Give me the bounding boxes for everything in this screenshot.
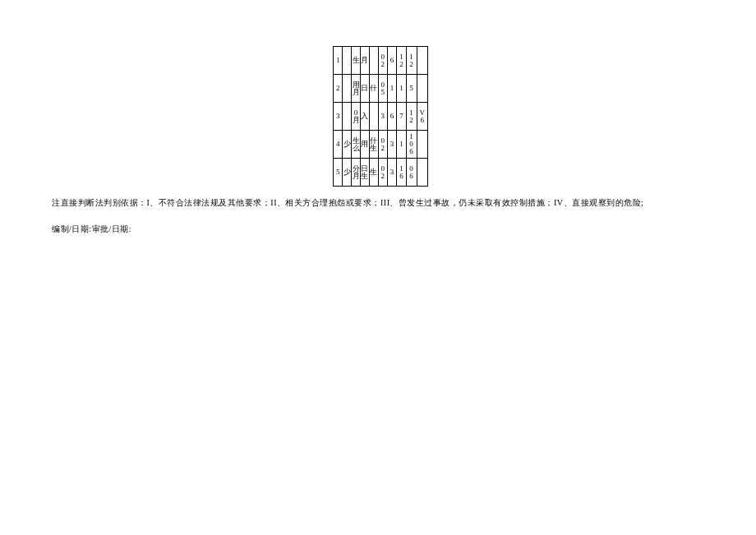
- cell-a: [343, 103, 352, 131]
- cell-i: [417, 131, 427, 159]
- cell-b: 用月: [352, 75, 361, 103]
- cell-c: 用: [360, 131, 369, 159]
- cell-i: [417, 47, 427, 75]
- cell-e: 02: [378, 159, 387, 187]
- cell-b: 生么: [352, 131, 361, 159]
- cell-a: 少: [343, 131, 352, 159]
- cell-a: [343, 75, 352, 103]
- cell-f: 6: [387, 47, 396, 75]
- cell-c: 入: [360, 103, 369, 131]
- cell-i: V6: [417, 103, 427, 131]
- cell-h: 12: [406, 47, 417, 75]
- cell-d: 什生: [369, 131, 378, 159]
- cell-g: 12: [397, 47, 406, 75]
- note-text: 注直接判断法判别依据：I、不符合法律法规及其他要求；II、相关方合理抱怨或要求；…: [52, 197, 643, 209]
- cell-e: 3: [378, 103, 387, 131]
- cell-f: 6: [387, 103, 396, 131]
- cell-d: [369, 103, 378, 131]
- cell-h: 06: [406, 159, 417, 187]
- cell-h: 5: [406, 75, 417, 103]
- cell-h: 12: [406, 103, 417, 131]
- cell-g: 7: [397, 103, 406, 131]
- cell-idx: 3: [334, 103, 343, 131]
- cell-b: 分月: [352, 159, 361, 187]
- table-row: 4少生么用什生0231106: [334, 131, 428, 159]
- cell-h: 106: [406, 131, 417, 159]
- table-row: 1生月0261212: [334, 47, 428, 75]
- cell-a: 少: [343, 159, 352, 187]
- cell-d: [369, 47, 378, 75]
- cell-f: 3: [387, 159, 396, 187]
- cell-idx: 2: [334, 75, 343, 103]
- cell-c: 日生: [360, 159, 369, 187]
- signature-line: 编制/日期:审批/日期:: [52, 224, 131, 235]
- cell-g: 1: [397, 75, 406, 103]
- cell-d: 什: [369, 75, 378, 103]
- cell-b: 0月: [352, 103, 361, 131]
- cell-e: 05: [378, 75, 387, 103]
- data-table: 1生月02612122用月日什0511530月入36712V64少生么用什生02…: [333, 46, 428, 187]
- cell-a: [343, 47, 352, 75]
- table-row: 5少分月日生生0231606: [334, 159, 428, 187]
- cell-c: 月: [360, 47, 369, 75]
- cell-d: 生: [369, 159, 378, 187]
- cell-e: 02: [378, 47, 387, 75]
- cell-g: 1: [397, 131, 406, 159]
- cell-i: [417, 159, 427, 187]
- cell-e: 02: [378, 131, 387, 159]
- table-row: 30月入36712V6: [334, 103, 428, 131]
- cell-c: 日: [360, 75, 369, 103]
- cell-g: 16: [397, 159, 406, 187]
- cell-f: 3: [387, 131, 396, 159]
- cell-f: 1: [387, 75, 396, 103]
- cell-i: [417, 75, 427, 103]
- cell-idx: 4: [334, 131, 343, 159]
- cell-idx: 5: [334, 159, 343, 187]
- table-row: 2用月日什05115: [334, 75, 428, 103]
- cell-b: 生: [352, 47, 361, 75]
- cell-idx: 1: [334, 47, 343, 75]
